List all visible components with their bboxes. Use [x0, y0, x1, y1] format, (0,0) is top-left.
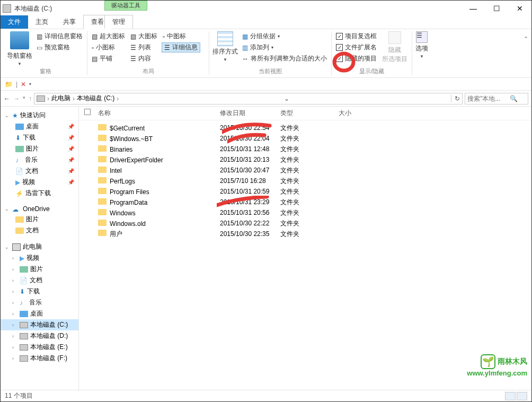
- item-checkboxes-toggle[interactable]: ✓项目复选框: [335, 31, 378, 41]
- file-name: Windows.old: [110, 220, 146, 228]
- ribbon-view: 导航窗格 ▼ ▥详细信息窗格 ▭预览窗格 窗格 ▧超大图标 ▫小图标 ▤平铺 ▧…: [1, 29, 531, 78]
- file-row[interactable]: $GetCurrent2015/10/30 22:54文件夹: [79, 123, 531, 133]
- file-type: 文件夹: [280, 166, 339, 175]
- tree-onedrive[interactable]: ⌄☁OneDrive: [1, 204, 78, 214]
- column-size[interactable]: 大小: [339, 109, 381, 118]
- breadcrumb-this-pc[interactable]: 此电脑: [51, 94, 70, 103]
- file-row[interactable]: $Windows.~BT2015/10/30 22:04文件夹: [79, 133, 531, 144]
- tree-pc-docs[interactable]: ›📄文档: [1, 275, 78, 286]
- tree-drive-f[interactable]: ›本地磁盘 (F:): [1, 353, 78, 364]
- address-dropdown-button[interactable]: ⌄: [281, 95, 289, 102]
- file-row[interactable]: PerfLogs2015/7/10 16:28文件夹: [79, 176, 531, 186]
- layout-extra-large[interactable]: ▧超大图标: [91, 31, 126, 41]
- tree-pc-desktop[interactable]: ›桌面: [1, 308, 78, 319]
- folder-icon: [98, 177, 107, 183]
- search-input[interactable]: [467, 95, 510, 102]
- navigation-pane-icon: [10, 31, 29, 49]
- tree-pictures[interactable]: 图片📌: [1, 143, 78, 154]
- sort-button[interactable]: 排序方式: [212, 47, 238, 56]
- file-row[interactable]: Windows2015/10/31 20:56文件夹: [79, 207, 531, 218]
- file-row[interactable]: 用户2015/10/30 22:35文件夹: [79, 229, 531, 239]
- tree-quick-access[interactable]: ⌄★快速访问: [1, 110, 78, 121]
- file-type: 文件夹: [280, 155, 339, 164]
- preview-pane-icon: ▭: [37, 44, 42, 51]
- minimize-button[interactable]: —: [462, 1, 485, 16]
- new-folder-icon[interactable]: 📁: [5, 81, 13, 88]
- file-date: 2015/10/30 22:35: [220, 230, 280, 238]
- layout-content[interactable]: ☰内容: [129, 54, 158, 64]
- search-icon[interactable]: 🔍: [510, 95, 518, 102]
- file-row[interactable]: Binaries2015/10/31 12:48文件夹: [79, 144, 531, 154]
- back-button[interactable]: ←: [4, 95, 10, 102]
- file-row[interactable]: Windows.old2015/10/30 22:22文件夹: [79, 218, 531, 229]
- file-row[interactable]: Program Files2015/10/31 20:59文件夹: [79, 186, 531, 197]
- ribbon-group-options: ☰ 选项 ▼: [412, 31, 431, 75]
- add-columns-button[interactable]: ▥添加列▾: [241, 42, 328, 53]
- close-button[interactable]: ✕: [508, 1, 531, 16]
- view-details-icon[interactable]: [505, 392, 516, 400]
- column-type[interactable]: 类型: [280, 109, 339, 118]
- file-type: 文件夹: [280, 219, 339, 228]
- search-box[interactable]: 🔍: [465, 93, 528, 104]
- file-date: 2015/10/31 12:48: [220, 145, 280, 153]
- tree-this-pc[interactable]: ⌄此电脑: [1, 241, 78, 252]
- tree-documents[interactable]: 📄文档📌: [1, 165, 78, 177]
- layout-large[interactable]: ▧大图标: [129, 31, 158, 41]
- hidden-items-toggle[interactable]: ✓隐藏的项目: [335, 54, 378, 64]
- select-all-checkbox[interactable]: [84, 109, 91, 115]
- file-name: Program Files: [110, 188, 149, 196]
- layout-details[interactable]: ☰详细信息: [162, 42, 200, 53]
- autosize-columns-button[interactable]: ↔将所有列调整为合适的大小: [241, 54, 328, 64]
- group-by-button[interactable]: ▦分组依据▾: [241, 31, 328, 41]
- history-button[interactable]: ▾: [23, 95, 25, 102]
- details-pane-button[interactable]: ▥详细信息窗格: [36, 31, 84, 41]
- column-name[interactable]: 名称: [98, 109, 220, 118]
- file-extensions-toggle[interactable]: ✓文件扩展名: [335, 42, 378, 53]
- view-thumbs-icon[interactable]: [517, 392, 527, 400]
- layout-tiles[interactable]: ▤平铺: [91, 54, 126, 64]
- drive-tools-contextual-tab-label: 驱动器工具: [104, 1, 147, 11]
- tree-desktop[interactable]: 桌面📌: [1, 121, 78, 132]
- tab-file[interactable]: 文件: [1, 15, 28, 29]
- pin-icon: 📌: [68, 146, 74, 152]
- tree-pc-music[interactable]: ›♪音乐: [1, 297, 78, 308]
- tree-pc-videos[interactable]: ›▶视频: [1, 252, 78, 264]
- layout-small[interactable]: ▫小图标: [91, 42, 126, 53]
- tree-pc-pictures[interactable]: ›图片: [1, 264, 78, 275]
- layout-list[interactable]: ☰列表: [129, 42, 158, 53]
- tab-manage[interactable]: 管理: [104, 15, 133, 29]
- tree-drive-d[interactable]: ›本地磁盘 (D:): [1, 330, 78, 342]
- file-row[interactable]: DriverExpertFolder2015/10/31 20:13文件夹: [79, 154, 531, 165]
- options-button[interactable]: 选项: [415, 44, 428, 53]
- file-row[interactable]: Intel2015/10/30 20:47文件夹: [79, 165, 531, 176]
- tree-od-documents[interactable]: 文档: [1, 225, 78, 236]
- tree-downloads[interactable]: ⬇下载📌: [1, 132, 78, 143]
- nav-tree[interactable]: ⌄★快速访问 桌面📌 ⬇下载📌 图片📌 ♪音乐📌 📄文档📌 ▶视频📌 ⚡迅雷下载…: [1, 107, 79, 391]
- file-list-pane: 名称 修改日期 类型 大小 $GetCurrent2015/10/30 22:5…: [79, 107, 531, 391]
- preview-pane-button[interactable]: ▭预览窗格: [36, 42, 84, 53]
- refresh-button[interactable]: ↻: [451, 95, 460, 102]
- delete-icon[interactable]: ✕: [21, 81, 26, 88]
- navigation-pane-button[interactable]: 导航窗格: [7, 51, 32, 60]
- file-date: 2015/10/30 20:47: [220, 167, 280, 174]
- watermark-leaf-icon: 🌱: [481, 354, 495, 369]
- tab-share[interactable]: 共享: [56, 15, 83, 29]
- breadcrumb-drive[interactable]: 本地磁盘 (C:): [77, 94, 114, 103]
- address-bar[interactable]: › 此电脑 › 本地磁盘 (C:) › ⌄ ↻: [34, 93, 463, 104]
- tree-drive-c[interactable]: ›本地磁盘 (C:): [1, 319, 78, 330]
- up-button[interactable]: ↑: [29, 95, 32, 102]
- tree-od-pictures[interactable]: 图片: [1, 214, 78, 225]
- column-headers[interactable]: 名称 修改日期 类型 大小: [79, 107, 531, 120]
- column-date[interactable]: 修改日期: [220, 109, 280, 118]
- collapse-ribbon-button[interactable]: ⌃: [524, 36, 528, 42]
- file-row[interactable]: ProgramData2015/10/31 23:29文件夹: [79, 197, 531, 207]
- tree-videos[interactable]: ▶视频📌: [1, 177, 78, 188]
- tree-thunder[interactable]: ⚡迅雷下载: [1, 188, 78, 199]
- tree-music[interactable]: ♪音乐📌: [1, 154, 78, 165]
- layout-medium[interactable]: ▫中图标: [162, 31, 200, 41]
- forward-button[interactable]: →: [13, 95, 20, 102]
- maximize-button[interactable]: ☐: [485, 1, 508, 16]
- tab-home[interactable]: 主页: [28, 15, 56, 29]
- tree-pc-downloads[interactable]: ›⬇下载: [1, 286, 78, 297]
- tree-drive-e[interactable]: ›本地磁盘 (E:): [1, 342, 78, 353]
